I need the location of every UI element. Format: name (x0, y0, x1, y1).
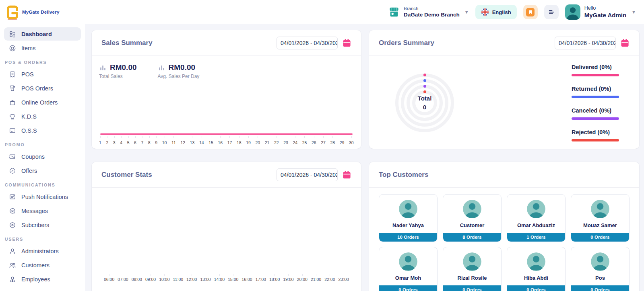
sidebar-item-items[interactable]: Items (4, 41, 81, 55)
customer-orders-badge: 0 Orders (507, 285, 565, 291)
customer-name: Customer (460, 222, 485, 228)
axis-tick-label: 14:00 (214, 277, 225, 282)
legend-item: Canceled (0%) (572, 107, 620, 120)
axis-tick-label: 10 (162, 140, 167, 145)
bookmark-button[interactable] (523, 5, 538, 19)
menu-button[interactable] (544, 5, 559, 19)
axis-tick-label: 12 (180, 140, 185, 145)
customer-avatar (399, 200, 417, 218)
sidebar-section-heading: USERS (5, 237, 80, 242)
customer-card[interactable]: Nader Yahya10 Orders (379, 194, 438, 242)
user-menu[interactable]: Hello MyGate Admin ▼ (565, 4, 636, 20)
axis-tick-label: 11:00 (173, 277, 184, 282)
legend-label: Canceled (0%) (572, 107, 620, 114)
branch-label: Branch (404, 6, 460, 11)
axis-tick-label: 11 (171, 140, 176, 145)
axis-tick-label: 07:00 (118, 277, 128, 282)
sidebar-item-dashboard[interactable]: Dashboard (4, 27, 81, 41)
sales-zero-line (100, 133, 353, 135)
customer-card[interactable]: Omar Moh0 Orders (379, 247, 438, 291)
sidebar-item-customers[interactable]: Customers (4, 258, 81, 272)
bar-chart-icon (158, 64, 165, 72)
orders-date-range-input[interactable]: 04/01/2026 - 04/30/2026 (555, 37, 616, 49)
sidebar-item-label: Messages (21, 208, 48, 214)
orders-legend: Delivered (0%)Returned (0%)Canceled (0%)… (572, 64, 620, 141)
sidebar-item-subcribers[interactable]: Subcribers (4, 218, 81, 232)
sidebar-item-coupons[interactable]: Coupons (4, 150, 81, 163)
chevron-down-icon: ▼ (632, 10, 636, 14)
sidebar-item-offers[interactable]: Offers (4, 164, 81, 177)
customer-name: Mouaz Samer (583, 222, 617, 228)
sidebar-item-online-orders[interactable]: Online Orders (4, 96, 81, 109)
sidebar-item-k-d-s[interactable]: K.D.S (4, 110, 81, 123)
push-icon (9, 193, 16, 201)
orders-summary-card: Orders Summary 04/01/2026 - 04/30/2026 T… (369, 30, 639, 149)
brand-logo[interactable]: MyGate Delivery (6, 4, 60, 20)
chevron-down-icon: ▼ (464, 10, 469, 14)
total-sales-label: Total Sales (99, 74, 137, 79)
customer-name: Omar Moh (395, 275, 421, 281)
axis-tick-label: 15 (208, 140, 213, 145)
customer-orders-badge: 0 Orders (443, 285, 501, 291)
axis-tick-label: 25 (302, 140, 307, 145)
calendar-icon[interactable] (342, 38, 351, 47)
axis-tick-label: 18:00 (269, 277, 280, 282)
sidebar-item-label: K.D.S (21, 113, 37, 120)
subscribers-icon (9, 221, 16, 229)
axis-tick-label: 13:00 (200, 277, 211, 282)
axis-tick-label: 13 (190, 140, 195, 145)
branch-selector[interactable]: Branch DaGate Demo Branch ▼ (388, 6, 469, 18)
items-icon (9, 45, 16, 52)
admin-icon (9, 248, 16, 255)
calendar-icon[interactable] (620, 38, 630, 47)
axis-tick-label: 22:00 (324, 277, 335, 282)
language-label: English (492, 9, 511, 15)
orders-summary-title: Orders Summary (379, 39, 434, 47)
axis-tick-label: 24 (293, 140, 297, 145)
axis-tick-label: 8 (148, 140, 151, 145)
axis-tick-label: 21:00 (311, 277, 321, 282)
sidebar-nav: DashboardItemsPOS & ORDERSPOSPOS OrdersO… (0, 24, 85, 291)
customer-card[interactable]: Rizal Rosile0 Orders (443, 247, 502, 291)
bar-chart-icon (99, 64, 107, 72)
axis-tick-label: 18 (237, 140, 242, 145)
sidebar-item-pos[interactable]: POS (4, 68, 81, 81)
sidebar-item-administrators[interactable]: Administrators (4, 244, 81, 258)
customer-card[interactable]: Customer8 Orders (443, 194, 502, 242)
sidebar-item-o-s-s[interactable]: O.S.S (4, 124, 81, 137)
axis-tick-label: 30 (349, 140, 354, 145)
customer-card[interactable]: Hiba Abdi0 Orders (507, 247, 566, 291)
customer-stats-date-range-input[interactable]: 04/01/2026 - 04/30/2026 (277, 168, 338, 181)
sidebar-item-push-notifications[interactable]: Push Notifications (4, 190, 81, 203)
customer-orders-badge: 8 Orders (443, 233, 501, 242)
donut-dot (423, 74, 426, 76)
axis-tick-label: 12:00 (186, 277, 197, 282)
customer-card[interactable]: Pos0 Orders (571, 247, 630, 291)
customer-card[interactable]: Mouaz Samer0 Orders (571, 194, 630, 242)
sidebar-item-messages[interactable]: Messages (4, 204, 81, 217)
axis-tick-label: 1 (99, 140, 101, 145)
customer-x-axis: 06:0007:0008:0009:0010:0011:0012:0013:00… (104, 274, 349, 282)
customer-name: Omar Abduaziz (517, 222, 555, 228)
customer-card[interactable]: Omar Abduaziz1 Orders (507, 194, 566, 242)
legend-label: Delivered (0%) (572, 64, 620, 70)
customer-orders-badge: 1 Orders (507, 233, 565, 242)
coupons-icon (9, 153, 16, 160)
calendar-icon[interactable] (342, 170, 351, 179)
axis-tick-label: 23 (283, 140, 288, 145)
customer-name: Rizal Rosile (458, 275, 487, 281)
sales-date-range-input[interactable]: 04/01/2026 - 04/30/2026 (277, 37, 338, 49)
axis-tick-label: 17:00 (256, 277, 266, 282)
avg-sales-value: RM0.00 (169, 63, 196, 72)
user-avatar (565, 4, 580, 20)
axis-tick-label: 14 (199, 140, 204, 145)
sidebar-item-pos-orders[interactable]: POS Orders (4, 82, 81, 95)
menu-lines-icon (548, 8, 555, 16)
bookmark-icon (526, 8, 535, 16)
customer-name: Nader Yahya (392, 222, 424, 228)
axis-tick-label: 22 (274, 140, 279, 145)
language-selector[interactable]: English (475, 5, 517, 19)
axis-tick-label: 28 (330, 140, 335, 145)
sidebar-item-employees[interactable]: Employees (4, 273, 81, 286)
greeting-username: MyGate Admin (584, 11, 626, 19)
